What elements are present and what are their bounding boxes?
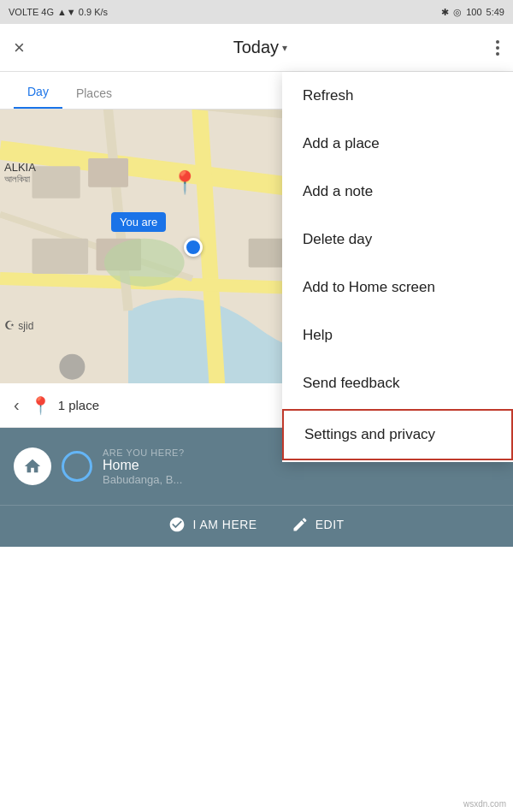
- menu-item-send-feedback[interactable]: Send feedback: [282, 359, 513, 407]
- menu-item-help[interactable]: Help: [282, 311, 513, 359]
- check-circle-icon: [168, 516, 186, 533]
- more-options-button[interactable]: [496, 40, 499, 56]
- menu-item-settings-privacy[interactable]: Settings and privacy: [282, 409, 513, 460]
- selection-circle: [62, 451, 92, 482]
- status-bar: VOLTE 4G ▲▼ 0.9 K/s ✱ ◎ 100 5:49: [0, 0, 513, 24]
- dropdown-menu: Refresh Add a place Add a note Delete da…: [282, 72, 513, 462]
- battery-label: 100: [466, 7, 481, 17]
- title-text: Today: [233, 38, 279, 57]
- user-location-dot: [184, 238, 203, 257]
- i-am-here-label: I AM HERE: [192, 518, 256, 531]
- address-text: Babudanga, B...: [103, 473, 499, 486]
- menu-item-refresh[interactable]: Refresh: [282, 72, 513, 120]
- location-pin-icon: 📍: [171, 169, 198, 196]
- edit-label: EDIT: [315, 518, 345, 531]
- tab-places[interactable]: Places: [62, 78, 126, 109]
- svg-rect-9: [32, 166, 80, 199]
- action-bar: I AM HERE EDIT: [0, 505, 513, 547]
- location-pin-nav-icon: 📍: [30, 395, 51, 416]
- edit-icon: [292, 516, 309, 533]
- home-icon: [23, 457, 42, 476]
- signal-label: ▲▼ 0.9 K/s: [57, 7, 108, 17]
- location-icon: ◎: [453, 7, 462, 18]
- more-dot-1: [496, 40, 499, 44]
- alkia-label: ALKIA আলকিয়া: [4, 161, 36, 185]
- more-dot-2: [496, 46, 499, 50]
- network-label: VOLTE 4G: [9, 7, 54, 17]
- menu-item-add-place[interactable]: Add a place: [282, 120, 513, 168]
- top-bar: × Today ▾: [0, 24, 513, 72]
- top-bar-title: Today ▾: [233, 38, 287, 57]
- status-bar-left: VOLTE 4G ▲▼ 0.9 K/s: [9, 7, 108, 17]
- tab-day[interactable]: Day: [14, 76, 62, 109]
- svg-point-17: [104, 239, 185, 287]
- place-count: 1 place: [58, 398, 99, 412]
- watermark: wsxdn.com: [463, 799, 506, 809]
- menu-item-delete-day[interactable]: Delete day: [282, 216, 513, 264]
- menu-item-add-home-screen[interactable]: Add to Home screen: [282, 264, 513, 311]
- you-are-label: You are: [111, 212, 166, 232]
- place-info: 📍 1 place: [30, 395, 99, 416]
- svg-point-18: [59, 354, 85, 380]
- title-dropdown-arrow[interactable]: ▾: [282, 42, 287, 54]
- more-dot-3: [496, 52, 499, 56]
- bluetooth-icon: ✱: [441, 7, 449, 18]
- svg-rect-11: [32, 239, 89, 274]
- close-button[interactable]: ×: [14, 37, 25, 59]
- back-arrow-button[interactable]: ‹: [14, 395, 20, 415]
- i-am-here-button[interactable]: I AM HERE: [168, 516, 256, 533]
- menu-item-add-note[interactable]: Add a note: [282, 168, 513, 216]
- status-bar-right: ✱ ◎ 100 5:49: [441, 7, 504, 18]
- time-label: 5:49: [486, 7, 504, 17]
- edit-button[interactable]: EDIT: [292, 516, 345, 533]
- mosque-label: ☪ sjid: [4, 318, 33, 332]
- home-icon-circle: [14, 447, 51, 485]
- svg-rect-10: [88, 158, 128, 187]
